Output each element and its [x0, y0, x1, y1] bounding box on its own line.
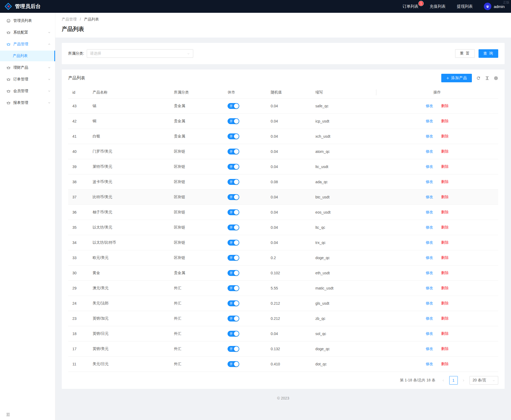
edit-link[interactable]: 修改 — [426, 271, 433, 275]
density-button[interactable] — [485, 76, 489, 80]
delete-link[interactable]: 删除 — [441, 225, 449, 229]
delete-link[interactable]: 删除 — [441, 271, 449, 275]
category-select[interactable]: 请选择 — [87, 49, 193, 58]
delete-link[interactable]: 删除 — [441, 149, 449, 153]
market-switch[interactable]: 开 — [228, 346, 239, 352]
delete-link[interactable]: 删除 — [441, 301, 449, 305]
edit-link[interactable]: 修改 — [426, 164, 433, 169]
delete-link[interactable]: 删除 — [441, 362, 449, 366]
market-switch[interactable]: 开 — [228, 164, 239, 170]
delete-link[interactable]: 删除 — [441, 134, 449, 138]
delete-link[interactable]: 删除 — [441, 255, 449, 260]
sidebar-collapse-button[interactable] — [6, 412, 10, 417]
delete-link[interactable]: 删除 — [441, 119, 449, 123]
delete-link[interactable]: 删除 — [441, 316, 449, 320]
market-switch[interactable]: 开 — [228, 103, 239, 109]
sidebar-item[interactable]: 理财产品 — [0, 62, 55, 73]
switch-knob — [234, 331, 239, 336]
edit-link[interactable]: 修改 — [426, 255, 433, 260]
market-switch[interactable]: 开 — [228, 225, 239, 230]
switch-knob — [234, 316, 239, 321]
edit-link[interactable]: 修改 — [426, 134, 433, 138]
edit-link[interactable]: 修改 — [426, 286, 433, 290]
cell-product-name: 以太坊/美元 — [90, 220, 172, 235]
edit-link[interactable]: 修改 — [426, 149, 433, 153]
cell-id: 42 — [68, 114, 90, 129]
sidebar-item[interactable]: 管理员列表 — [0, 15, 55, 26]
next-page-button[interactable] — [460, 376, 467, 385]
add-product-button[interactable]: 添加产品 — [441, 74, 472, 82]
delete-link[interactable]: 删除 — [441, 195, 449, 199]
table-title: 产品列表 — [68, 75, 85, 81]
edit-link[interactable]: 修改 — [426, 240, 433, 244]
market-switch[interactable]: 开 — [228, 240, 239, 246]
edit-link[interactable]: 修改 — [426, 104, 433, 108]
cell-random-value: 0.04 — [269, 220, 313, 235]
delete-link[interactable]: 删除 — [441, 331, 449, 336]
delete-link[interactable]: 删除 — [441, 240, 449, 244]
prev-page-button[interactable] — [440, 376, 447, 385]
app-logo-icon — [4, 2, 12, 10]
edit-link[interactable]: 修改 — [426, 210, 433, 214]
page-number-button[interactable]: 1 — [449, 376, 458, 385]
delete-link[interactable]: 删除 — [441, 180, 449, 184]
nav-item[interactable]: 提现列表 — [457, 4, 473, 9]
market-switch[interactable]: 开 — [228, 361, 239, 367]
chevron-down-icon — [48, 66, 51, 69]
cell-product-name: 澳元/美元 — [90, 281, 172, 296]
column-header: 休市 — [225, 87, 269, 99]
delete-link[interactable]: 删除 — [441, 346, 449, 351]
market-switch[interactable]: 开 — [228, 331, 239, 337]
market-switch[interactable]: 开 — [228, 316, 239, 321]
sidebar-item[interactable]: 报表管理 — [0, 97, 55, 108]
reload-button[interactable] — [476, 76, 481, 80]
delete-link[interactable]: 删除 — [441, 164, 449, 169]
cell-random-value: 0.04 — [269, 144, 313, 159]
delete-link[interactable]: 删除 — [441, 104, 449, 108]
cell-abbr: sol_qc — [313, 326, 376, 341]
sidebar-subitem[interactable]: 产品列表 — [0, 51, 55, 61]
reset-button[interactable]: 重 置 — [455, 49, 475, 58]
edit-link[interactable]: 修改 — [426, 331, 433, 336]
market-switch[interactable]: 开 — [228, 285, 239, 291]
nav-item[interactable]: 订单列表1 — [402, 4, 418, 9]
market-switch[interactable]: 开 — [228, 194, 239, 200]
filter-card: 所属分类: 请选择 重 置 查 询 — [62, 43, 505, 64]
switch-knob — [234, 104, 239, 108]
page-size-select[interactable]: 20 条/页 — [469, 376, 498, 385]
edit-link[interactable]: 修改 — [426, 346, 433, 351]
market-switch[interactable]: 开 — [228, 255, 239, 261]
user-menu[interactable]: admin — [484, 3, 505, 10]
sidebar-item[interactable]: 订单管理 — [0, 74, 55, 85]
edit-link[interactable]: 修改 — [426, 225, 433, 229]
cell-id: 39 — [68, 159, 90, 174]
breadcrumb-item[interactable]: 产品管理 — [62, 17, 77, 21]
settings-button[interactable] — [494, 76, 498, 80]
nav-item[interactable]: 充值列表 — [430, 4, 446, 9]
edit-link[interactable]: 修改 — [426, 119, 433, 123]
edit-link[interactable]: 修改 — [426, 316, 433, 320]
edit-link[interactable]: 修改 — [426, 301, 433, 305]
chevron-up-icon — [48, 43, 51, 46]
delete-link[interactable]: 删除 — [441, 286, 449, 290]
market-switch[interactable]: 开 — [228, 149, 239, 154]
market-switch[interactable]: 开 — [228, 270, 239, 276]
delete-link[interactable]: 删除 — [441, 210, 449, 214]
market-switch[interactable]: 开 — [228, 300, 239, 306]
market-switch[interactable]: 开 — [228, 118, 239, 124]
market-switch[interactable]: 开 — [228, 209, 239, 215]
table-card-header: 产品列表 添加产品 — [62, 70, 505, 87]
chevron-down-icon — [48, 89, 51, 93]
search-button[interactable]: 查 询 — [479, 49, 498, 58]
market-switch[interactable]: 开 — [228, 133, 239, 139]
brand[interactable]: 管理员后台 — [4, 2, 41, 10]
edit-link[interactable]: 修改 — [426, 195, 433, 199]
edit-link[interactable]: 修改 — [426, 362, 433, 366]
sidebar-item[interactable]: 系统配置 — [0, 27, 55, 38]
cell-product-name: 英镑/加元 — [90, 311, 172, 326]
sidebar-item[interactable]: 会员管理 — [0, 86, 55, 96]
market-switch[interactable]: 开 — [228, 179, 239, 185]
sidebar-item[interactable]: 产品管理 — [0, 39, 55, 50]
cell-abbr: ltc_usdt — [313, 159, 376, 174]
edit-link[interactable]: 修改 — [426, 180, 433, 184]
